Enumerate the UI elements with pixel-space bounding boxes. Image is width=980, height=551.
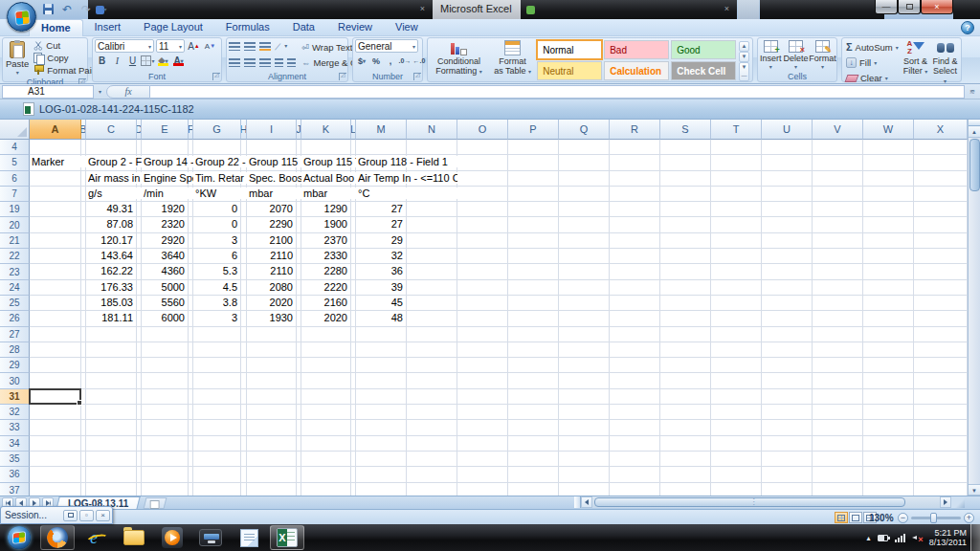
- cell-N30[interactable]: [407, 373, 457, 388]
- column-header-S[interactable]: S: [660, 120, 711, 140]
- cell-W30[interactable]: [863, 373, 914, 388]
- cell-Q28[interactable]: [559, 342, 610, 358]
- zoom-out-button[interactable]: −: [898, 513, 908, 523]
- page-layout-view-button[interactable]: [849, 512, 862, 523]
- cell-style-neutral[interactable]: Neutral: [537, 61, 602, 80]
- cell-V24[interactable]: [813, 280, 863, 296]
- cell-C26[interactable]: 181.11: [86, 311, 137, 326]
- cell-U20[interactable]: [762, 217, 813, 232]
- cell-I20[interactable]: 2290: [247, 217, 297, 232]
- cell-T37[interactable]: [711, 483, 762, 496]
- cell-K26[interactable]: 2020: [301, 311, 351, 326]
- cell-V29[interactable]: [813, 358, 863, 373]
- cell-K25[interactable]: 2160: [301, 296, 351, 311]
- cell-O28[interactable]: [457, 342, 508, 358]
- row-header-22[interactable]: 22: [0, 249, 30, 264]
- taskbar-item-firefox[interactable]: [40, 525, 75, 550]
- cell-A37[interactable]: [30, 483, 81, 496]
- cell-U4[interactable]: [762, 140, 813, 155]
- cell-P33[interactable]: [508, 420, 559, 435]
- cell-M33[interactable]: [356, 420, 407, 435]
- find-select-button[interactable]: Find & Select ▾: [931, 39, 959, 86]
- cell-P30[interactable]: [508, 373, 559, 388]
- cell-G35[interactable]: [193, 452, 241, 467]
- cell-Q25[interactable]: [559, 296, 610, 311]
- cell-E23[interactable]: 4360: [142, 264, 189, 279]
- cell-K35[interactable]: [301, 452, 351, 467]
- cell-X20[interactable]: [914, 217, 968, 232]
- tab-formulas[interactable]: Formulas: [214, 19, 281, 36]
- cell-I27[interactable]: [247, 327, 297, 342]
- cell-G19[interactable]: 0: [193, 202, 241, 217]
- cell-P34[interactable]: [508, 436, 559, 452]
- cell-E22[interactable]: 3640: [142, 249, 189, 264]
- cell-T4[interactable]: [711, 140, 762, 155]
- row-header-20[interactable]: 20: [0, 217, 30, 232]
- session-restore-button[interactable]: [63, 510, 78, 521]
- taskbar-item-windows-explorer[interactable]: [117, 525, 151, 550]
- cell-O30[interactable]: [457, 373, 508, 388]
- row-header-37[interactable]: 37: [0, 483, 30, 496]
- cell-style-calculation[interactable]: Calculation: [604, 61, 669, 80]
- cell-N34[interactable]: [407, 436, 457, 452]
- cell-G7[interactable]: °KW: [193, 187, 241, 202]
- cell-U36[interactable]: [762, 467, 813, 482]
- cell-C28[interactable]: [86, 342, 137, 358]
- cell-W36[interactable]: [863, 467, 914, 482]
- name-box[interactable]: A31: [2, 85, 94, 99]
- cell-I33[interactable]: [247, 420, 297, 435]
- zoom-slider-thumb[interactable]: [930, 513, 937, 523]
- cell-C27[interactable]: [86, 327, 137, 342]
- cell-G25[interactable]: 3.8: [193, 296, 241, 311]
- cell-O4[interactable]: [457, 140, 508, 155]
- cell-X31[interactable]: [914, 389, 968, 405]
- cell-Q7[interactable]: [559, 187, 610, 202]
- cell-V27[interactable]: [813, 327, 863, 342]
- tab-page-layout[interactable]: Page Layout: [132, 19, 214, 36]
- tab-insert[interactable]: Insert: [83, 19, 133, 36]
- cell-S22[interactable]: [660, 249, 711, 264]
- cell-Q5[interactable]: [559, 155, 610, 170]
- column-header-Q[interactable]: Q: [559, 120, 610, 140]
- cell-C21[interactable]: 120.17: [86, 233, 137, 249]
- cell-T19[interactable]: [711, 202, 762, 217]
- cell-Q27[interactable]: [559, 327, 610, 342]
- cell-X23[interactable]: [914, 264, 968, 279]
- cell-Q22[interactable]: [559, 249, 610, 264]
- show-desktop-button[interactable]: [970, 524, 980, 551]
- cell-K20[interactable]: 1900: [301, 217, 351, 232]
- column-header-P[interactable]: P: [508, 120, 559, 140]
- cell-R27[interactable]: [610, 327, 660, 342]
- new-tab-button[interactable]: [738, 0, 759, 19]
- cell-X37[interactable]: [914, 483, 968, 496]
- cell-M23[interactable]: 36: [356, 264, 407, 279]
- italic-button[interactable]: I: [110, 54, 124, 67]
- cell-N25[interactable]: [407, 296, 457, 311]
- cell-I32[interactable]: [247, 405, 297, 420]
- cell-X32[interactable]: [914, 405, 968, 420]
- column-header-U[interactable]: U: [762, 120, 813, 140]
- row-header-26[interactable]: 26: [0, 311, 30, 326]
- column-header-I[interactable]: I: [247, 120, 297, 140]
- cell-T26[interactable]: [711, 311, 762, 326]
- taskbar-item-sticky-notes[interactable]: [232, 525, 266, 550]
- cell-R37[interactable]: [610, 483, 660, 496]
- cell-K19[interactable]: 1290: [301, 202, 351, 217]
- insert-function-button[interactable]: fx: [106, 85, 150, 99]
- cell-I19[interactable]: 2070: [247, 202, 297, 217]
- cell-G24[interactable]: 4.5: [193, 280, 241, 296]
- cell-S34[interactable]: [660, 436, 711, 452]
- normal-view-button[interactable]: [835, 512, 848, 523]
- cell-P6[interactable]: [508, 171, 559, 187]
- cell-V19[interactable]: [813, 202, 863, 217]
- cell-Q21[interactable]: [559, 233, 610, 249]
- sort-filter-button[interactable]: AZ Sort & Filter ▾: [902, 39, 929, 86]
- cell-C7[interactable]: g/s: [86, 187, 137, 202]
- cell-M28[interactable]: [356, 342, 407, 358]
- cell-W31[interactable]: [863, 389, 914, 405]
- row-header-31[interactable]: 31: [0, 389, 30, 405]
- cell-G21[interactable]: 3: [193, 233, 241, 249]
- cell-R29[interactable]: [610, 358, 660, 373]
- tab-view[interactable]: View: [384, 19, 430, 36]
- cell-E24[interactable]: 5000: [142, 280, 189, 296]
